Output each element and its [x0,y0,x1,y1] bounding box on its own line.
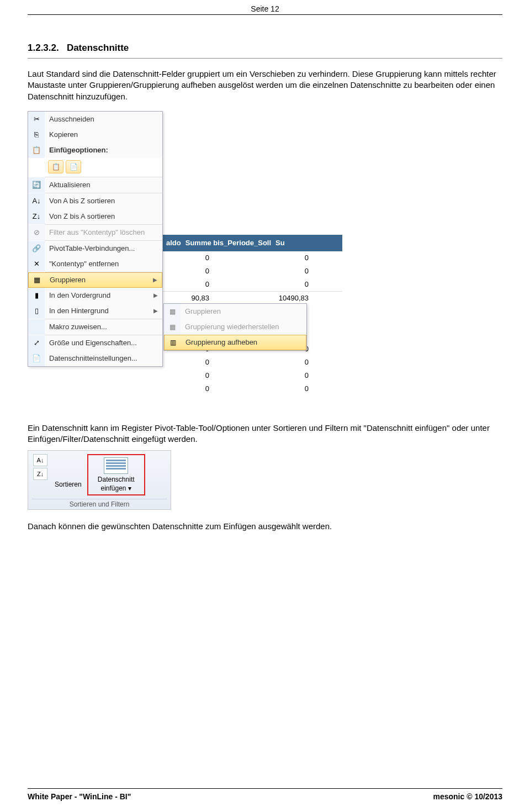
insert-slicer-label: Datenschnitt einfügen ▾ [98,476,135,492]
menu-slicer-settings[interactable]: 📄 Datenschnitteinstellungen... [28,351,162,366]
menu-label: In den Hintergrund [45,307,150,315]
menu-label: Gruppieren [181,307,306,315]
menu-label: Aktualisieren [45,181,158,189]
submenu-regroup: ▦ Gruppierung wiederherstellen [164,319,306,335]
menu-label: Datenschnitteinstellungen... [45,354,158,362]
slicer-icon [104,457,128,474]
filter-clear-icon: ⊘ [28,225,45,240]
label-line: einfügen [101,484,126,492]
pivot-connections-icon: 🔗 [28,241,45,256]
paste-option-1[interactable]: 📋 [48,160,63,173]
menu-label: Einfügeoptionen: [45,146,158,154]
paste-option-buttons: 📋 📄 [28,158,162,177]
remove-icon: ✕ [28,256,45,272]
cell: 0 [163,384,218,393]
paragraph-3: Danach können die gewünschten Datenschni… [28,521,502,532]
insert-slicer-button[interactable]: Datenschnitt einfügen ▾ [87,454,145,495]
dropdown-arrow-icon: ▾ [128,484,131,492]
sort-label: Sortieren [55,481,82,488]
cell: 0 [163,358,218,366]
cell: 0 [218,254,317,262]
submenu-group: ▦ Gruppieren [164,304,306,319]
size-icon: ⤢ [28,335,45,351]
menu-bring-to-front[interactable]: ▮ In den Vordergrund ▶ [28,288,162,303]
menu-label: Kopieren [45,130,158,139]
sort-az-icon: A↓ [28,193,45,209]
copy-icon: ⎘ [28,127,45,143]
section-title: Datenschnitte [67,43,129,53]
menu-sort-za[interactable]: Z↓ Von Z bis A sortieren [28,209,162,224]
page-footer: White Paper - "WinLine - BI" mesonic © 1… [28,788,502,801]
menu-size-properties[interactable]: ⤢ Größe und Eigenschaften... [28,335,162,351]
group-icon: ▦ [29,273,45,287]
page-header: Seite 12 [28,0,502,15]
sort-az-icon: A↓ [37,457,44,463]
menu-cut[interactable]: ✂ Ausschneiden [28,112,162,127]
menu-group[interactable]: ▦ Gruppieren ▶ [28,272,162,288]
cell: 0 [163,267,218,275]
cell: 90,83 [163,294,218,302]
cell: 0 [163,371,218,379]
submenu-arrow-icon: ▶ [150,308,158,314]
sort-za-icon: Z↓ [37,471,44,477]
submenu-arrow-icon: ▶ [150,292,158,298]
cell: 0 [218,358,317,366]
paragraph-2: Ein Datenschnitt kann im Register Pivot-… [28,423,502,445]
section-heading: 1.2.3.2. Datenschnitte [28,43,502,54]
menu-label: Ausschneiden [45,115,158,123]
menu-label: Gruppierung aufheben [181,338,306,346]
menu-copy[interactable]: ⎘ Kopieren [28,127,162,143]
pivot-col-3: Su [275,239,285,247]
menu-label: In den Vordergrund [45,291,150,299]
group-submenu[interactable]: ▦ Gruppieren ▦ Gruppierung wiederherstel… [163,303,307,351]
screenshot-ribbon-sort-filter: A↓ Z↓ Sortieren Datenschnitt einfügen ▾ … [28,450,171,510]
footer-right: mesonic © 10/2013 [433,792,502,801]
pivot-data-top: 00 00 00 90,8310490,83 [163,251,342,304]
footer-left: White Paper - "WinLine - BI" [28,792,131,801]
cell: 0 [163,280,218,288]
menu-assign-macro[interactable]: Makro zuweisen... [28,319,162,335]
cell: 0 [163,254,218,262]
menu-label: Von A bis Z sortieren [45,197,158,205]
sort-buttons: A↓ Z↓ [31,454,49,480]
menu-label: PivotTable-Verbindungen... [45,244,158,252]
context-menu[interactable]: ✂ Ausschneiden ⎘ Kopieren 📋 Einfügeoptio… [28,111,163,367]
settings-icon: 📄 [28,351,45,366]
send-back-icon: ▯ [28,303,45,319]
label-line-with-dropdown: einfügen ▾ [101,484,131,492]
label-line: Datenschnitt [98,476,135,483]
screenshot-context-menu: aldo Summe bis_Periode_Soll Su 00 00 00 … [28,108,342,412]
menu-label: Gruppieren [45,276,150,284]
sort-za-icon: Z↓ [28,209,45,224]
cell: 0 [218,371,317,379]
paste-option-2[interactable]: 📄 [66,160,81,173]
menu-remove-field[interactable]: ✕ "Kontentyp" entfernen [28,256,162,272]
sort-label-column: Sortieren [55,454,82,488]
menu-refresh[interactable]: 🔄 Aktualisieren [28,177,162,193]
cell: 10490,83 [218,294,317,302]
menu-label: Makro zuweisen... [45,323,158,331]
ribbon-group-caption: Sortieren und Filtern [31,499,167,508]
pivot-col-1: aldo [166,239,181,247]
paragraph-1: Laut Standard sind die Datenschnitt-Feld… [28,68,502,102]
menu-send-to-back[interactable]: ▯ In den Hintergrund ▶ [28,303,162,319]
sort-desc-button[interactable]: Z↓ [33,468,47,480]
sort-asc-button[interactable]: A↓ [33,454,47,466]
pivot-header: aldo Summe bis_Periode_Soll Su [163,235,342,251]
cell: 0 [218,267,317,275]
section-number: 1.2.3.2. [28,43,59,53]
clipboard-icon: 📋 [28,143,45,158]
scissors-icon: ✂ [28,112,45,127]
submenu-arrow-icon: ▶ [150,277,157,283]
menu-label: Filter aus "Kontentyp" löschen [45,228,158,236]
submenu-ungroup[interactable]: ▥ Gruppierung aufheben [164,335,306,350]
bring-front-icon: ▮ [28,288,45,303]
menu-label: Größe und Eigenschaften... [45,339,158,347]
menu-sort-az[interactable]: A↓ Von A bis Z sortieren [28,193,162,209]
menu-pivot-connections[interactable]: 🔗 PivotTable-Verbindungen... [28,241,162,256]
cell: 0 [218,384,317,393]
blank-icon [28,319,45,335]
menu-label: Von Z bis A sortieren [45,212,158,220]
pivot-col-2: Summe bis_Periode_Soll [186,239,271,247]
menu-label: Gruppierung wiederherstellen [181,323,306,331]
